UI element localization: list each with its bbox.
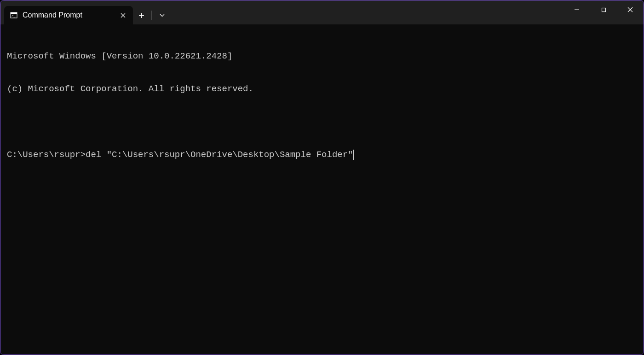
terminal-prompt: C:\Users\rsupr> (7, 150, 86, 161)
tab-dropdown-button[interactable] (154, 7, 170, 23)
window-controls (564, 0, 644, 19)
new-tab-button[interactable] (133, 7, 150, 23)
terminal-prompt-line: C:\Users\rsupr>del "C:\Users\rsupr\OneDr… (7, 150, 637, 161)
svg-rect-8 (602, 8, 605, 12)
tab-title: Command Prompt (23, 11, 114, 19)
titlebar: >_ Command Prompt (0, 0, 644, 24)
terminal-content[interactable]: Microsoft Windows [Version 10.0.22621.24… (0, 24, 644, 355)
minimize-button[interactable] (564, 0, 590, 19)
close-window-button[interactable] (617, 0, 644, 19)
tab-actions (133, 6, 170, 24)
maximize-button[interactable] (590, 0, 617, 19)
terminal-icon: >_ (10, 11, 18, 19)
tab-close-button[interactable] (118, 11, 127, 20)
divider (151, 11, 152, 20)
terminal-command: del "C:\Users\rsupr\OneDrive\Desktop\Sam… (86, 150, 353, 161)
svg-text:>_: >_ (12, 14, 16, 17)
terminal-cursor (353, 150, 354, 160)
terminal-output-line: Microsoft Windows [Version 10.0.22621.24… (7, 51, 637, 62)
empty-line (7, 116, 637, 128)
tab-command-prompt[interactable]: >_ Command Prompt (4, 6, 133, 24)
terminal-output-line: (c) Microsoft Corporation. All rights re… (7, 84, 637, 95)
